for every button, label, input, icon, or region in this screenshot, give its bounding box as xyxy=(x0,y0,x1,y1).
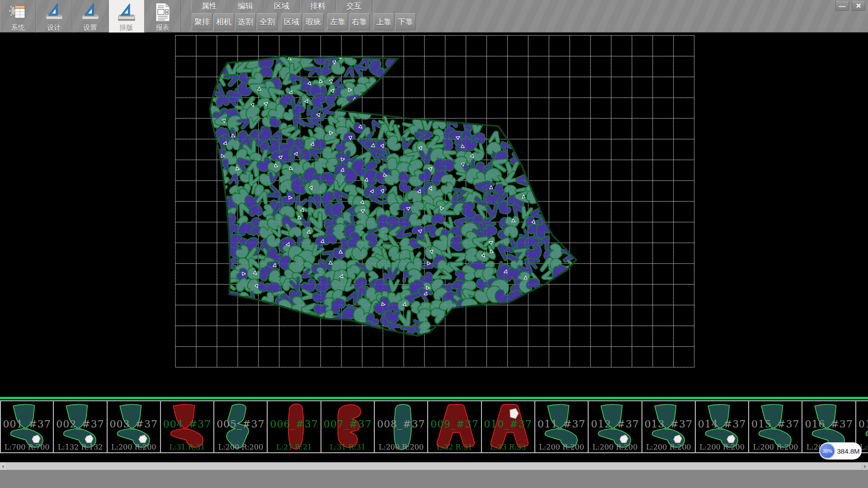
piece-shape xyxy=(54,401,105,452)
piece-thumbnail-6[interactable]: 006_#37 L:21 R:21 xyxy=(267,400,321,453)
piece-shape xyxy=(642,401,694,452)
piece-thumbnail-1[interactable]: 001_#37 L:700 R:700 xyxy=(0,400,53,453)
horizontal-scrollbar[interactable]: ‹ › xyxy=(0,462,868,470)
percent-badge: 38% xyxy=(820,443,835,459)
appbtn-label: 报表 xyxy=(156,23,170,31)
menu-tab-2[interactable]: 编辑 xyxy=(227,0,264,12)
tool-button-8[interactable]: 右靠 xyxy=(349,13,370,30)
nesting-canvas-svg xyxy=(0,33,868,397)
scrollbar-thumb[interactable] xyxy=(6,462,862,470)
menu-tab-1[interactable]: 属性 xyxy=(191,0,227,12)
design-triangle-icon xyxy=(44,2,65,23)
piece-shape xyxy=(268,401,319,452)
piece-shape xyxy=(375,401,426,452)
memory-value: 384.8M xyxy=(835,447,862,455)
piece-thumbnail-8[interactable]: 008_#37 L:200 R:200 xyxy=(374,400,428,453)
tool-button-3[interactable]: 选割 xyxy=(235,13,256,30)
piece-shape xyxy=(108,401,159,452)
tool-button-4[interactable]: 全割 xyxy=(257,13,278,30)
minimize-button[interactable]: — xyxy=(835,1,849,11)
piece-shape xyxy=(321,401,373,452)
piece-shape xyxy=(161,401,212,452)
piece-thumbnail-9[interactable]: 009_#37 L:32 R:31 xyxy=(428,400,481,453)
piece-shape xyxy=(1,401,52,452)
app-button-group: 系统 设计 设置 排版 报表 xyxy=(0,0,181,33)
piece-thumbnail-4[interactable]: 004_#37 L:31 R:31 xyxy=(160,400,214,453)
piece-shape xyxy=(589,401,640,452)
filmstrip-separator xyxy=(0,397,868,400)
bottom-statusbar xyxy=(0,470,868,488)
piece-thumbnail-15[interactable]: 015_#37 L:200 R:200 xyxy=(749,400,802,453)
tool-button-5[interactable]: 区域 xyxy=(281,13,302,30)
appbtn-1[interactable]: 系统 xyxy=(0,0,36,33)
filmstrip-cells: 001_#37 L:700 R:700 002_#37 L:132 R:132 … xyxy=(0,400,868,453)
piece-thumbnail-2[interactable]: 002_#37 L:132 R:132 xyxy=(53,400,107,453)
menu-tab-5[interactable]: 交互 xyxy=(336,0,372,12)
piece-thumbnail-10[interactable]: 010_#37 L:33 R:33 xyxy=(481,400,535,453)
piece-thumbnail-3[interactable]: 003_#37 L:200 R:200 xyxy=(107,400,160,453)
tool-button-10[interactable]: 下靠 xyxy=(395,13,416,30)
menu-tab-3[interactable]: 区域 xyxy=(264,0,300,12)
tool-button-7[interactable]: 左靠 xyxy=(327,13,348,30)
design-triangle-icon xyxy=(80,2,101,23)
scroll-right-arrow[interactable]: › xyxy=(862,462,868,470)
piece-shape xyxy=(535,401,587,452)
tool-button-9[interactable]: 上靠 xyxy=(373,13,394,30)
piece-shape xyxy=(482,401,533,452)
menu-tab-4[interactable]: 排料 xyxy=(300,0,336,12)
scroll-left-arrow[interactable]: ‹ xyxy=(0,462,6,470)
top-toolbar: 系统 设计 设置 排版 报表 属性编辑区域排料交互 聚排相机选割全割区域瑕疵左靠… xyxy=(0,0,868,33)
appbtn-4[interactable]: 排版 xyxy=(108,0,145,33)
appbtn-label: 设计 xyxy=(47,23,61,31)
system-gear-icon xyxy=(8,2,28,23)
appbtn-label: 设置 xyxy=(84,23,97,31)
memory-status-pill[interactable]: 38% 384.8M xyxy=(819,442,862,460)
menu-tab-row: 属性编辑区域排料交互 xyxy=(191,0,372,12)
piece-filmstrip: 001_#37 L:700 R:700 002_#37 L:132 R:132 … xyxy=(0,397,868,462)
appbtn-3[interactable]: 设置 xyxy=(72,0,108,33)
report-doc-icon xyxy=(152,2,173,23)
tool-button-1[interactable]: 聚排 xyxy=(192,13,212,30)
window-controls: — ✕ xyxy=(835,1,865,11)
appbtn-5[interactable]: 报表 xyxy=(145,0,181,33)
piece-thumbnail-11[interactable]: 011_#37 L:200 R:200 xyxy=(535,400,588,453)
close-button[interactable]: ✕ xyxy=(852,1,865,11)
design-triangle-icon xyxy=(116,2,137,23)
piece-shape xyxy=(696,401,747,452)
piece-thumbnail-12[interactable]: 012_#37 L:200 R:200 xyxy=(588,400,642,453)
appbtn-label: 系统 xyxy=(11,23,25,31)
appbtn-label: 排版 xyxy=(120,23,133,31)
appbtn-2[interactable]: 设计 xyxy=(36,0,72,33)
tool-button-6[interactable]: 瑕疵 xyxy=(303,13,324,30)
tool-button-2[interactable]: 相机 xyxy=(213,13,234,30)
piece-thumbnail-7[interactable]: 007_#37 L:31 R:31 xyxy=(321,400,374,453)
piece-shape xyxy=(428,401,480,452)
piece-shape xyxy=(749,401,801,452)
piece-thumbnail-5[interactable]: 005_#37 L:200 R:200 xyxy=(214,400,267,453)
nesting-canvas[interactable] xyxy=(0,33,868,397)
piece-shape xyxy=(214,401,266,452)
piece-thumbnail-14[interactable]: 014_#37 L:200 R:200 xyxy=(695,400,749,453)
tool-button-row: 聚排相机选割全割区域瑕疵左靠右靠上靠下靠 xyxy=(192,13,417,30)
piece-thumbnail-13[interactable]: 013_#37 L:200 R:200 xyxy=(642,400,695,453)
